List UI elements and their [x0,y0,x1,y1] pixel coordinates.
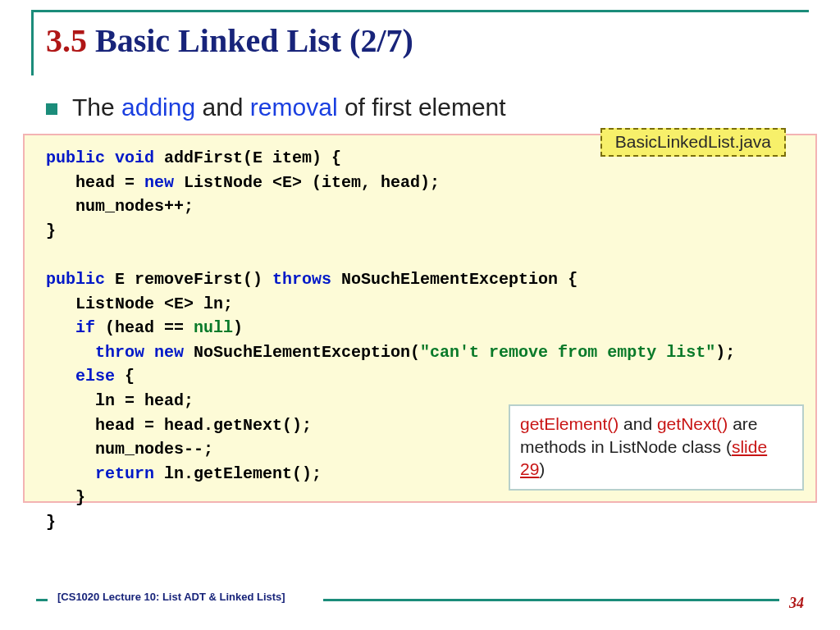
bullet-fragment: and [195,94,250,121]
code-text [46,464,95,483]
footer-rule [323,599,779,601]
page-number: 34 [784,595,804,612]
code-text [46,367,75,386]
code-text: (head == [95,318,194,337]
code-text: NoSuchElementException( [184,343,420,362]
bullet-fragment: of first element [338,94,506,121]
code-text [46,318,75,337]
note-text: and [619,414,657,433]
note-box: getElement() and getNext() are methods i… [509,404,804,491]
code-keyword: new [144,173,174,192]
code-string: "can't remove from empty list" [420,343,715,362]
bullet-square-icon [46,103,57,115]
footer-text: [CS1020 Lecture 10: List ADT & Linked Li… [57,591,285,603]
code-text: NoSuchElementException { [331,270,578,289]
slide: 3.5 Basic Linked List (2/7) The adding a… [0,0,840,630]
code-keyword: else [75,367,115,386]
code-text: ) [233,318,243,337]
code-text: ln.getElement(); [154,464,322,483]
code-text: head = [46,173,144,192]
section-number: 3.5 [46,22,87,59]
code-text: ln = head; [46,391,194,410]
footer-dash-icon [36,599,48,601]
code-keyword: public void [46,148,154,167]
code-text: addFirst(E item) { [154,148,341,167]
code-text: head = head.getNext(); [46,416,312,435]
code-text: ListNode <E> ln; [46,294,233,313]
file-name-label: BasicLinkedList.java [600,128,786,157]
code-text: num_nodes--; [46,440,213,459]
slide-title: 3.5 Basic Linked List (2/7) [46,23,413,59]
code-text: num_nodes++; [46,197,194,216]
slide-border-left [31,10,34,75]
code-literal: null [194,318,233,337]
bullet-highlight: adding [121,94,195,121]
bullet-highlight: removal [250,94,338,121]
code-text: E removeFirst() [105,270,272,289]
code-keyword: if [75,318,95,337]
code-text [46,343,95,362]
note-text: ) [539,459,545,478]
bullet-text: The adding and removal of first element [72,94,506,121]
code-text: ); [715,343,735,362]
code-text: } [46,488,85,507]
code-text: } [46,513,56,532]
code-keyword: return [95,464,154,483]
title-text: Basic Linked List (2/7) [87,22,413,59]
note-method: getNext() [657,414,728,433]
bullet-fragment: The [72,94,121,121]
note-method: getElement() [520,414,619,433]
slide-border-top [31,10,809,12]
slide-footer: [CS1020 Lecture 10: List ADT & Linked Li… [36,591,804,609]
code-text: ListNode <E> (item, head); [174,173,440,192]
code-keyword: throw new [95,343,184,362]
bullet-item: The adding and removal of first element [46,94,506,121]
code-keyword: public [46,270,105,289]
code-text: } [46,221,56,240]
code-text: { [115,367,135,386]
code-keyword: throws [272,270,331,289]
